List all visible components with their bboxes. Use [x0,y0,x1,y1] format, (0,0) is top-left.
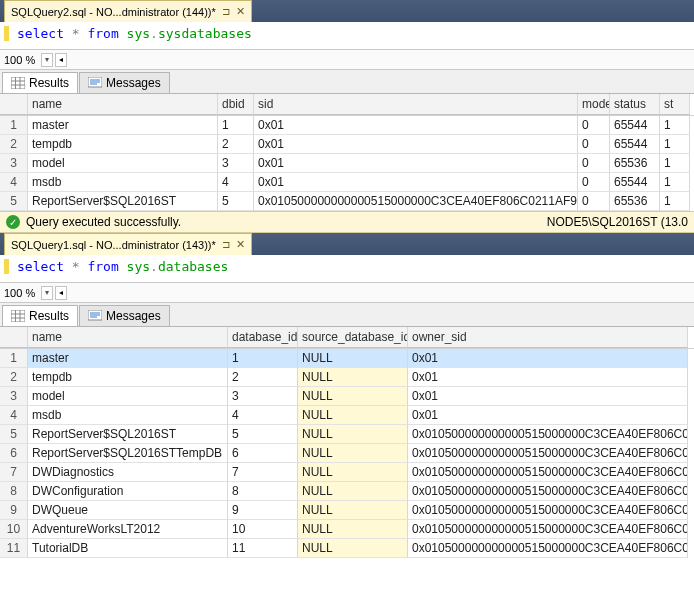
cell-database-id[interactable]: 3 [228,387,298,406]
cell-status[interactable]: 65544 [610,173,660,192]
cell-owner-sid[interactable]: 0x01 [408,387,688,406]
cell-dbid[interactable]: 2 [218,135,254,154]
cell-sid[interactable]: 0x010500000000000515000000C3CEA40EF806C0… [254,192,578,211]
tab-results[interactable]: Results [2,305,78,326]
cell-dbid[interactable]: 3 [218,154,254,173]
cell-mode[interactable]: 0 [578,154,610,173]
pin-icon[interactable]: ⊐ [222,6,230,17]
cell-database-id[interactable]: 7 [228,463,298,482]
close-icon[interactable]: ✕ [236,238,245,251]
cell-status[interactable]: 65536 [610,192,660,211]
cell-owner-sid[interactable]: 0x010500000000000515000000C3CEA40EF806C0… [408,444,688,463]
tab-results[interactable]: Results [2,72,78,93]
cell-name[interactable]: model [28,387,228,406]
cell-name[interactable]: ReportServer$SQL2016STTempDB [28,444,228,463]
cell-database-id[interactable]: 1 [228,349,298,368]
cell-database-id[interactable]: 4 [228,406,298,425]
cell-mode[interactable]: 0 [578,116,610,135]
table-row[interactable]: 3model3NULL0x01 [0,387,694,406]
cell-status[interactable]: 65536 [610,154,660,173]
cell-mode[interactable]: 0 [578,192,610,211]
cell-name[interactable]: msdb [28,173,218,192]
results-grid-bottom[interactable]: name database_id source_database_id owne… [0,327,694,558]
table-row[interactable]: 5ReportServer$SQL2016ST5NULL0x0105000000… [0,425,694,444]
cell-name[interactable]: TutorialDB [28,539,228,558]
pin-icon[interactable]: ⊐ [222,239,230,250]
cell-status2[interactable]: 1 [660,154,690,173]
table-row[interactable]: 4msdb4NULL0x01 [0,406,694,425]
col-status2[interactable]: st [660,94,690,115]
table-row[interactable]: 6ReportServer$SQL2016STTempDB6NULL0x0105… [0,444,694,463]
cell-dbid[interactable]: 5 [218,192,254,211]
cell-name[interactable]: AdventureWorksLT2012 [28,520,228,539]
cell-source-database-id[interactable]: NULL [298,349,408,368]
cell-source-database-id[interactable]: NULL [298,520,408,539]
cell-owner-sid[interactable]: 0x010500000000000515000000C3CEA40EF806C0… [408,463,688,482]
col-rownum[interactable] [0,94,28,115]
document-tab-query1[interactable]: SQLQuery1.sql - NO...dministrator (143))… [4,233,252,255]
table-row[interactable]: 3model30x010655361 [0,154,694,173]
cell-mode[interactable]: 0 [578,173,610,192]
cell-name[interactable]: tempdb [28,368,228,387]
cell-name[interactable]: msdb [28,406,228,425]
cell-owner-sid[interactable]: 0x010500000000000515000000C3CEA40EF806C0… [408,425,688,444]
cell-source-database-id[interactable]: NULL [298,501,408,520]
cell-sid[interactable]: 0x01 [254,135,578,154]
table-row[interactable]: 5ReportServer$SQL2016ST50x01050000000000… [0,192,694,211]
cell-name[interactable]: master [28,116,218,135]
col-status[interactable]: status [610,94,660,115]
cell-name[interactable]: model [28,154,218,173]
cell-database-id[interactable]: 10 [228,520,298,539]
zoom-dropdown[interactable]: ▾ [41,53,53,67]
cell-name[interactable]: DWDiagnostics [28,463,228,482]
cell-name[interactable]: tempdb [28,135,218,154]
cell-database-id[interactable]: 2 [228,368,298,387]
table-row[interactable]: 4msdb40x010655441 [0,173,694,192]
table-row[interactable]: 1master1NULL0x01 [0,349,694,368]
cell-database-id[interactable]: 6 [228,444,298,463]
cell-owner-sid[interactable]: 0x01 [408,406,688,425]
cell-status2[interactable]: 1 [660,173,690,192]
cell-source-database-id[interactable]: NULL [298,387,408,406]
table-row[interactable]: 2tempdb2NULL0x01 [0,368,694,387]
sql-editor-bottom[interactable]: select * from sys.databases [0,255,694,283]
document-tab-query2[interactable]: SQLQuery2.sql - NO...dministrator (144))… [4,0,252,22]
table-row[interactable]: 8DWConfiguration8NULL0x01050000000000051… [0,482,694,501]
cell-dbid[interactable]: 1 [218,116,254,135]
cell-sid[interactable]: 0x01 [254,173,578,192]
cell-owner-sid[interactable]: 0x010500000000000515000000C3CEA40EF806C0… [408,520,688,539]
results-grid-top[interactable]: name dbid sid mode status st 1master10x0… [0,94,694,211]
cell-name[interactable]: master [28,349,228,368]
cell-source-database-id[interactable]: NULL [298,406,408,425]
cell-source-database-id[interactable]: NULL [298,482,408,501]
scroll-left-icon[interactable]: ◂ [55,286,67,300]
col-source-database-id[interactable]: source_database_id [298,327,408,348]
table-row[interactable]: 1master10x010655441 [0,116,694,135]
scroll-left-icon[interactable]: ◂ [55,53,67,67]
cell-source-database-id[interactable]: NULL [298,539,408,558]
sql-editor-top[interactable]: select * from sys.sysdatabases [0,22,694,50]
cell-status2[interactable]: 1 [660,135,690,154]
table-row[interactable]: 7DWDiagnostics7NULL0x0105000000000005150… [0,463,694,482]
cell-sid[interactable]: 0x01 [254,116,578,135]
col-database-id[interactable]: database_id [228,327,298,348]
cell-dbid[interactable]: 4 [218,173,254,192]
cell-owner-sid[interactable]: 0x010500000000000515000000C3CEA40EF806C0… [408,501,688,520]
close-icon[interactable]: ✕ [236,5,245,18]
col-rownum[interactable] [0,327,28,348]
cell-source-database-id[interactable]: NULL [298,444,408,463]
cell-source-database-id[interactable]: NULL [298,368,408,387]
table-row[interactable]: 9DWQueue9NULL0x010500000000000515000000C… [0,501,694,520]
table-row[interactable]: 11TutorialDB11NULL0x01050000000000051500… [0,539,694,558]
col-owner-sid[interactable]: owner_sid [408,327,688,348]
col-name[interactable]: name [28,327,228,348]
zoom-dropdown[interactable]: ▾ [41,286,53,300]
cell-sid[interactable]: 0x01 [254,154,578,173]
cell-owner-sid[interactable]: 0x010500000000000515000000C3CEA40EF806C0… [408,482,688,501]
cell-status2[interactable]: 1 [660,116,690,135]
tab-messages[interactable]: Messages [79,72,170,93]
cell-owner-sid[interactable]: 0x01 [408,349,688,368]
cell-mode[interactable]: 0 [578,135,610,154]
col-name[interactable]: name [28,94,218,115]
cell-database-id[interactable]: 9 [228,501,298,520]
